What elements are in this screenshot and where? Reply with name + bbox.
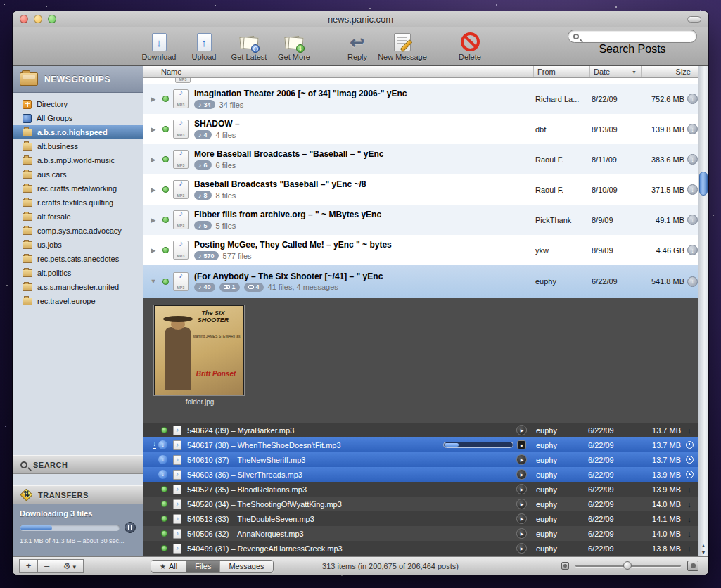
play-button[interactable] [516,454,527,465]
file-row[interactable]: 540527 (35) – BloodRelations.mp3 euphy 6… [143,482,708,497]
sidebar-item-group[interactable]: a.s.s.manchester.united [13,280,143,294]
file-row[interactable]: 540513 (33) – TheDoubleSeven.mp3 euphy 6… [143,511,708,526]
zoom-slider-thumb[interactable] [623,561,632,570]
sidebar-item-group[interactable]: aus.cars [13,167,143,181]
file-row-queued[interactable]: 540610 (37) – TheNewSheriff.mp3 euphy 6/… [143,452,708,467]
delete-button[interactable]: Delete [447,30,492,61]
download-arrow-icon[interactable] [687,500,691,509]
column-date[interactable]: Date▼ [589,66,641,77]
thread-row[interactable]: More Baseball Broadcasts – "Baseball – "… [143,144,708,174]
download-thread-button[interactable] [687,124,698,134]
pause-transfers-button[interactable] [125,522,136,533]
zoom-large-icon[interactable] [687,561,698,571]
download-arrow-icon[interactable] [687,544,691,553]
file-row-queued[interactable]: 540603 (36) – SilverThreads.mp3 euphy 6/… [143,467,708,482]
thread-row[interactable]: Baseball Broadcasts "Baseball –" yEnc ~/… [143,174,708,205]
file-row[interactable]: 540624 (39) – MyraBarker.mp3 euphy 6/22/… [143,423,708,437]
sidebar-item-group[interactable]: a.b.s.mp3.world-music [13,153,143,167]
download-arrow-icon[interactable] [687,515,691,523]
sidebar-item-group[interactable]: rec.travel.europe [13,294,143,308]
upload-button[interactable]: Upload [181,30,226,61]
play-button[interactable] [516,425,527,435]
add-group-button[interactable] [19,559,38,573]
sidebar-item-group[interactable]: alt.business [13,139,143,153]
segment-all[interactable]: All [151,561,186,572]
disclosure-triangle-icon[interactable] [148,217,158,224]
newsgroups-section-header[interactable]: NEWSGROUPS [13,66,143,93]
reply-button[interactable]: Reply [335,30,380,61]
segment-messages[interactable]: Messages [219,561,272,572]
status-dot-icon [161,501,167,507]
sidebar-item-group[interactable]: alt.forsale [13,210,143,224]
download-button[interactable]: Download [136,30,181,61]
disclosure-triangle-icon[interactable] [148,186,158,193]
minimize-button[interactable] [34,15,42,23]
thread-row[interactable]: SHADOW – 44 files dbf 8/13/09 139.8 MB [143,114,708,144]
thread-row[interactable]: Posting McGee, They Called Me! – yEnc " … [143,235,708,265]
clock-icon [686,456,694,464]
thread-row-selected[interactable]: (For Anybody – The Six Shooter [~/41] – … [143,265,708,298]
sidebar-item-group[interactable]: rec.crafts.metalworking [13,181,143,196]
segment-files[interactable]: Files [186,561,219,572]
disclosure-triangle-icon[interactable] [148,126,158,133]
remove-group-button[interactable] [37,559,56,573]
download-arrow-icon[interactable] [687,426,691,435]
download-thread-button[interactable] [687,215,698,225]
column-name[interactable]: Name [143,68,533,76]
search-section-header[interactable]: SEARCH [13,455,143,474]
play-button[interactable] [516,484,527,494]
play-button[interactable] [516,528,527,539]
sidebar-item-directory[interactable]: Directory [13,97,143,111]
new-message-button[interactable]: New Message [380,30,425,61]
sidebar-item-group[interactable]: comp.sys.mac.advocacy [13,224,143,238]
download-thread-button[interactable] [687,245,698,255]
disclosure-triangle-icon[interactable] [148,278,158,285]
action-menu-button[interactable] [56,559,84,573]
column-size[interactable]: Size [641,66,698,77]
thread-date: 8/13/09 [588,125,639,134]
folder-jpg-thumbnail[interactable]: The SIX SHOOTER starring JAMES STEWART a… [154,305,244,395]
column-from[interactable]: From [533,66,589,77]
download-arrow-icon[interactable] [687,530,691,538]
transfers-section-header[interactable]: TRANSFERS [13,485,143,504]
get-latest-button[interactable]: Get Latest [226,30,272,61]
download-thread-button[interactable] [687,276,698,287]
title-bar[interactable]: news.panic.com [13,11,708,27]
search-field[interactable] [568,30,697,43]
file-row-downloading[interactable]: 540617 (38) – WhenTheShoeDoesn'tFit.mp3 … [143,437,708,452]
stop-download-button[interactable] [517,440,526,449]
disclosure-triangle-icon[interactable] [148,156,158,163]
sidebar-item-group[interactable]: alt.politics [13,266,143,280]
download-arrow-icon[interactable] [687,485,691,494]
zoom-slider[interactable] [575,565,681,567]
scroll-up-button[interactable] [701,543,706,548]
thread-row[interactable]: Imagination Theater 2006 [~ of 34] "imag… [143,84,708,114]
sidebar-item-group[interactable]: rec.pets.cats.anecdotes [13,252,143,266]
play-button[interactable] [516,543,527,554]
zoom-window-button[interactable] [48,15,56,23]
sidebar-item-all-groups[interactable]: All Groups [13,111,143,125]
play-button[interactable] [516,499,527,509]
zoom-small-icon[interactable] [561,562,569,570]
thread-row[interactable]: Fibber fills from archive.org – " ~ MByt… [143,205,708,235]
file-row[interactable]: 540499 (31) – RevengeAtHarnessCreek.mp3 … [143,541,708,556]
disclosure-triangle-icon[interactable] [148,247,158,254]
toolbar-toggle-button[interactable] [687,16,701,23]
get-more-button[interactable]: Get More [272,30,317,61]
sidebar-item-group[interactable]: r.crafts.textiles.quilting [13,196,143,210]
play-button[interactable] [516,513,527,524]
file-row[interactable]: 540520 (34) – TheShootingOfWyattKing.mp3… [143,497,708,511]
sidebar-item-group-selected[interactable]: a.b.s.r.o.highspeed [13,125,143,139]
sidebar-item-group[interactable]: us.jobs [13,238,143,252]
disclosure-triangle-icon[interactable] [148,96,158,103]
download-thread-button[interactable] [687,94,698,104]
scrollbar-thumb[interactable] [699,172,708,196]
download-thread-button[interactable] [687,154,698,165]
file-row[interactable]: 540506 (32) – AnnaNorquest.mp3 euphy 6/2… [143,526,708,541]
search-input[interactable] [579,31,696,41]
vertical-scrollbar[interactable] [698,66,708,556]
download-thread-button[interactable] [687,184,698,195]
close-button[interactable] [20,15,28,23]
scroll-down-button[interactable] [701,550,706,555]
play-button[interactable] [516,469,527,480]
